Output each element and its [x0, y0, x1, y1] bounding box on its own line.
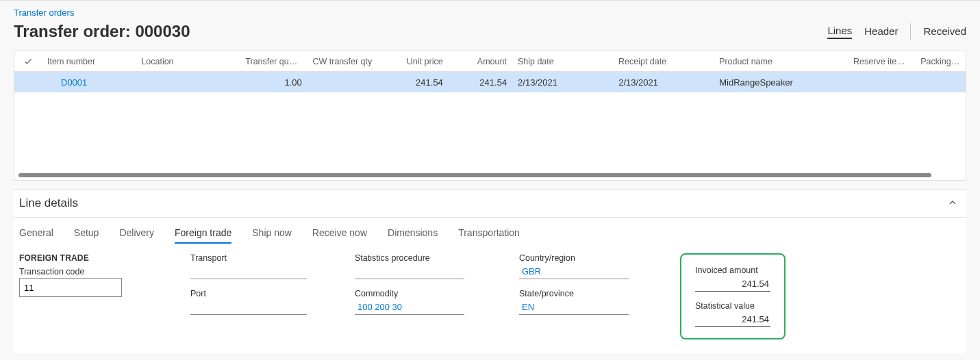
transport-input[interactable]	[190, 264, 307, 279]
highlighted-values-box: Invoiced amount Statistical value	[680, 253, 786, 339]
line-details-title: Line details	[19, 196, 78, 210]
page-title: Transfer order: 000030	[14, 22, 190, 41]
port-label: Port	[190, 289, 307, 298]
commodity-input[interactable]	[355, 300, 464, 315]
col-packing-qty[interactable]: Packing qu	[915, 57, 966, 66]
transport-label: Transport	[190, 253, 307, 263]
field-stats-procedure: Statistics procedure	[355, 253, 464, 279]
breadcrumb: Transfer orders	[0, 1, 980, 21]
header-divider	[910, 23, 911, 40]
col-unit-price[interactable]: Unit price	[381, 57, 448, 66]
country-label: Country/region	[519, 253, 629, 263]
country-input[interactable]	[519, 264, 629, 279]
invoiced-amount-input[interactable]	[695, 277, 770, 292]
col-amount[interactable]: Amount	[449, 57, 512, 66]
cell-unit-price: 241.54	[381, 77, 449, 88]
chevron-up-icon[interactable]	[947, 197, 958, 210]
line-details-section: Line details General Setup Delivery Fore…	[14, 189, 966, 353]
commodity-label: Commodity	[355, 289, 464, 298]
dtab-general[interactable]: General	[19, 227, 53, 244]
state-input[interactable]	[519, 300, 629, 315]
field-invoiced-amount: Invoiced amount	[695, 266, 770, 292]
tab-lines[interactable]: Lines	[827, 25, 852, 39]
header-tabs: Lines Header Received	[827, 23, 966, 40]
dtab-ship-now[interactable]: Ship now	[252, 227, 292, 244]
page-container: Transfer orders Transfer order: 000030 L…	[0, 0, 980, 353]
col-cw-qty[interactable]: CW transfer qty	[307, 57, 381, 66]
ft-col-1: FOREIGN TRADE Transaction code	[16, 253, 129, 339]
dtab-delivery[interactable]: Delivery	[119, 227, 154, 244]
cell-item-number[interactable]: D0001	[42, 77, 136, 88]
cell-ship-date: 2/13/2021	[512, 77, 613, 88]
line-details-header[interactable]: Line details	[14, 190, 966, 218]
statistical-value-input[interactable]	[695, 312, 770, 327]
breadcrumb-link-transfer-orders[interactable]: Transfer orders	[14, 8, 74, 18]
grid-header-row: Item number Location Transfer quantity C…	[14, 51, 966, 72]
field-port: Port	[190, 289, 307, 315]
col-location[interactable]: Location	[136, 57, 240, 66]
dtab-setup[interactable]: Setup	[74, 227, 99, 244]
col-product-name[interactable]: Product name	[714, 57, 848, 66]
grid-horizontal-scrollbar[interactable]	[18, 173, 931, 177]
dtab-transportation[interactable]: Transportation	[458, 227, 520, 244]
select-all-icon[interactable]	[14, 57, 42, 66]
order-lines-grid: Item number Location Transfer quantity C…	[14, 51, 966, 181]
col-receipt-date[interactable]: Receipt date	[613, 57, 714, 66]
grid-row-0[interactable]: D0001 1.00 241.54 241.54 2/13/2021 2/13/…	[14, 72, 966, 92]
cell-receipt-date: 2/13/2021	[613, 77, 714, 88]
col-transfer-qty[interactable]: Transfer quantity	[240, 57, 307, 66]
col-ship-date[interactable]: Ship date	[512, 57, 613, 66]
transaction-code-label: Transaction code	[19, 267, 129, 277]
tab-header[interactable]: Header	[864, 25, 898, 38]
line-details-tabs: General Setup Delivery Foreign trade Shi…	[14, 218, 966, 246]
dtab-receive-now[interactable]: Receive now	[312, 227, 367, 244]
field-state: State/province	[519, 289, 629, 315]
col-item-number[interactable]: Item number	[42, 57, 136, 66]
ft-col-3: Statistics procedure Commodity	[355, 253, 464, 339]
foreign-trade-heading: FOREIGN TRADE	[19, 253, 129, 263]
cell-transfer-qty: 1.00	[240, 77, 307, 88]
statistical-value-label: Statistical value	[695, 301, 770, 311]
col-reserve-items[interactable]: Reserve items a...	[848, 57, 915, 66]
ft-col-4: Country/region State/province	[519, 253, 629, 339]
tab-received[interactable]: Received	[923, 25, 966, 38]
ft-col-2: Transport Port	[190, 253, 307, 339]
cell-amount: 241.54	[449, 77, 512, 88]
field-statistical-value: Statistical value	[695, 301, 770, 327]
port-input[interactable]	[190, 300, 307, 315]
dtab-dimensions[interactable]: Dimensions	[388, 227, 438, 244]
invoiced-amount-label: Invoiced amount	[695, 266, 770, 275]
stats-procedure-label: Statistics procedure	[355, 253, 464, 263]
dtab-foreign-trade[interactable]: Foreign trade	[175, 227, 231, 244]
header-row: Transfer order: 000030 Lines Header Rece…	[0, 21, 980, 51]
field-commodity: Commodity	[355, 289, 464, 315]
foreign-trade-body: FOREIGN TRADE Transaction code Transport…	[14, 246, 966, 353]
transaction-code-input[interactable]	[19, 278, 122, 297]
cell-product-name: MidRangeSpeaker	[714, 77, 848, 88]
field-transport: Transport	[190, 253, 307, 279]
state-label: State/province	[519, 289, 629, 298]
field-transaction-code: Transaction code	[19, 267, 129, 297]
stats-procedure-input[interactable]	[355, 264, 464, 279]
field-country: Country/region	[519, 253, 629, 279]
